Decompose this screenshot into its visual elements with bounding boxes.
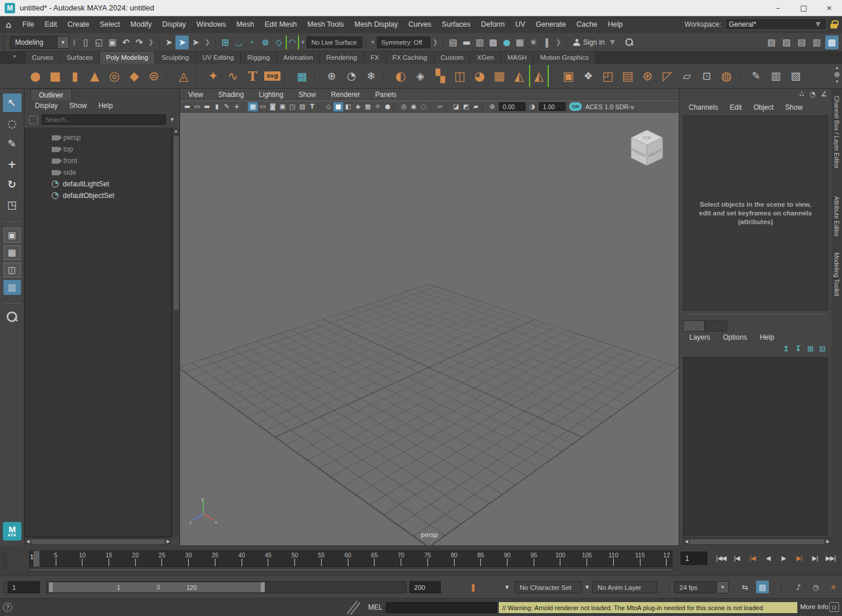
rotate-tool[interactable]: ↻ xyxy=(3,175,21,193)
outliner-menu-item[interactable]: Show xyxy=(63,100,92,111)
step-forward-frame-button[interactable]: ▶| xyxy=(807,551,823,565)
step-back-key-button[interactable]: |◀ xyxy=(744,551,760,565)
menu-item[interactable]: Surfaces xyxy=(437,20,476,28)
poly-torus-icon[interactable]: ◎ xyxy=(105,65,124,87)
combine-icon[interactable]: ◈ xyxy=(411,65,430,87)
scale-tool[interactable]: ◳ xyxy=(3,195,21,214)
channel-box-menu-item[interactable]: Show xyxy=(779,102,808,113)
playback-loop-icon[interactable]: ⇆ xyxy=(739,581,751,593)
menu-set-dropdown[interactable]: Modeling▼ xyxy=(10,36,69,49)
freeze-transform-icon[interactable]: ❄ xyxy=(361,65,381,87)
outliner-item[interactable]: front xyxy=(25,155,171,167)
chevron-down-icon[interactable]: ▼ xyxy=(581,581,593,593)
current-time-field[interactable] xyxy=(681,552,707,565)
poly-disc-icon[interactable]: ⊜ xyxy=(144,65,164,87)
new-layer-icon[interactable]: ⊞ xyxy=(807,344,814,353)
shadows-icon[interactable]: ● xyxy=(383,102,393,111)
attribute-editor-toggle-icon[interactable]: ▥ xyxy=(810,35,823,49)
default-material-icon[interactable]: ▦ xyxy=(363,102,373,111)
channel-box-menu-item[interactable]: Edit xyxy=(724,102,748,113)
helix-icon[interactable]: ∿ xyxy=(223,65,243,87)
viewport-menu-item[interactable]: Show xyxy=(298,89,324,100)
go-to-start-button[interactable]: |◀◀ xyxy=(713,551,729,565)
viewport-menu-item[interactable]: Renderer xyxy=(331,89,368,100)
bookmark-icon[interactable]: ▮ xyxy=(212,102,222,111)
drag-handle[interactable] xyxy=(2,582,6,595)
character-controls-toggle-icon[interactable]: ▨ xyxy=(780,35,793,49)
menu-item[interactable]: Mesh Display xyxy=(349,20,403,28)
sculpt-tool-icon[interactable]: ◍ xyxy=(717,65,736,87)
help-icon[interactable]: ? xyxy=(3,603,12,612)
exposure-icon[interactable]: ⊙ xyxy=(487,102,497,111)
hypershade-icon[interactable]: ● xyxy=(500,35,513,49)
bridge-icon[interactable]: ❖ xyxy=(578,65,598,87)
shelf-tab[interactable]: FX xyxy=(364,52,386,64)
textured-icon[interactable]: ◧ xyxy=(343,102,353,111)
shelf-tab[interactable]: Animation xyxy=(277,52,320,64)
smooth-shade-icon[interactable]: ■ xyxy=(333,102,343,111)
viewport-menu-item[interactable]: Shading xyxy=(218,89,252,100)
command-language-label[interactable]: MEL xyxy=(368,603,383,611)
poly-cone-icon[interactable]: ▲ xyxy=(85,65,105,87)
xray-icon[interactable]: ◪ xyxy=(451,102,461,111)
playback-range-bar[interactable]: 1 120 xyxy=(49,582,265,592)
scroll-up-icon[interactable]: ▲ xyxy=(174,128,178,135)
image-plane-icon[interactable]: ▨ xyxy=(297,102,307,111)
filter-icon[interactable] xyxy=(29,116,38,124)
viewport-canvas[interactable]: TOP FRONT RIGHT y x z persp xyxy=(180,113,679,545)
select-component-icon[interactable]: ➤ xyxy=(189,35,202,49)
shelf-tab[interactable]: Motion Graphics xyxy=(534,52,596,64)
more-info-button[interactable]: More Info xyxy=(800,603,829,610)
menu-item[interactable]: Windows xyxy=(191,20,231,28)
bevel-icon[interactable]: ◰ xyxy=(598,65,618,87)
viewport-menu-item[interactable]: View xyxy=(188,89,211,100)
menu-item[interactable]: UV xyxy=(510,20,530,28)
layer-editor-menu-item[interactable]: Options xyxy=(717,332,753,343)
menu-item[interactable]: Mesh xyxy=(231,20,260,28)
outliner-item[interactable]: defaultObjectSet xyxy=(25,190,171,201)
menu-item[interactable]: Generate xyxy=(531,20,571,28)
channel-box-toggle-icon[interactable]: ▤ xyxy=(795,35,808,49)
grease-pencil-icon[interactable]: ✎ xyxy=(222,102,232,111)
open-scene-icon[interactable]: ◱ xyxy=(92,35,106,49)
layer-horizontal-scrollbar[interactable]: ◀ ▶ xyxy=(683,537,832,545)
pause-viewport-icon[interactable]: ‖ xyxy=(540,35,553,49)
wireframe-icon[interactable]: ◇ xyxy=(323,102,333,111)
search-icon[interactable] xyxy=(625,38,633,46)
layer-editor-menu-item[interactable]: Help xyxy=(753,332,780,343)
snap-projected-center-icon[interactable]: ⊚ xyxy=(259,35,272,49)
film-gate-icon[interactable]: ▭ xyxy=(258,102,268,111)
poly-plane-icon[interactable]: ◆ xyxy=(124,65,144,87)
exposure-field[interactable]: 0.00 xyxy=(499,102,526,111)
snap-view-plane-icon[interactable]: ◇ xyxy=(272,35,286,49)
shelf-tab[interactable]: Rigging xyxy=(241,52,277,64)
mirror-cut-icon[interactable]: ◫ xyxy=(450,65,470,87)
shelf-tab[interactable]: UV Editing xyxy=(196,52,240,64)
poly-sphere-icon[interactable]: ● xyxy=(26,65,45,87)
outliner-item[interactable]: side xyxy=(25,167,171,178)
separate-icon[interactable]: ▚ xyxy=(430,65,450,87)
wireframe-on-shaded-icon[interactable]: ◈ xyxy=(353,102,363,111)
field-chart-icon[interactable]: ◳ xyxy=(287,102,297,111)
layer-editor-tab[interactable] xyxy=(705,320,727,332)
grid-toggle-icon[interactable]: ▦ xyxy=(248,102,258,111)
modeling-toolkit-panel-icon[interactable]: ▦ xyxy=(292,65,312,87)
auto-keyframe-icon[interactable]: ▤ xyxy=(756,581,769,593)
layout-two-pane-icon[interactable]: ◫ xyxy=(3,262,21,278)
paint-select-tool[interactable]: ✎ xyxy=(3,134,21,153)
remesh-icon[interactable]: ▦ xyxy=(490,65,509,87)
scroll-right-icon[interactable]: ▶ xyxy=(826,539,830,544)
platonic-solid-icon[interactable]: ◬ xyxy=(174,65,193,87)
redo-icon[interactable]: ↷ xyxy=(132,35,146,49)
anim-layer-dropdown[interactable]: No Anim Layer xyxy=(592,581,657,593)
zoom-tool-icon[interactable] xyxy=(6,311,17,322)
live-surface-field[interactable]: No Live Surface xyxy=(307,37,362,48)
outliner-item[interactable]: defaultLightSet xyxy=(25,178,171,190)
animation-start-field[interactable] xyxy=(8,581,40,593)
menu-item[interactable]: Select xyxy=(95,20,125,28)
transform-component-icon[interactable]: ⊡ xyxy=(697,65,717,87)
snap-grid-icon[interactable]: ⊞ xyxy=(219,35,232,49)
select-tool[interactable]: ↖ xyxy=(3,93,21,112)
fps-dropdown[interactable]: 24 fps▼ xyxy=(674,581,729,593)
command-input[interactable] xyxy=(386,602,497,613)
